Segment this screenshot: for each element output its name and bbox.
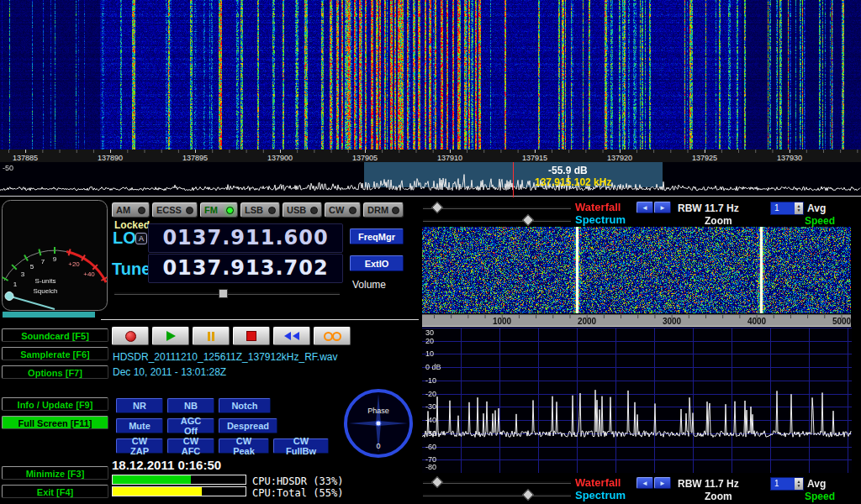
freq-tick-label: 137915: [516, 154, 553, 162]
freqmgr-button[interactable]: FreqMgr: [350, 228, 404, 244]
cpu-hdsdr-bar: [112, 475, 246, 485]
despread-button[interactable]: Despread: [219, 418, 277, 433]
shift-left-arrow-bottom[interactable]: ◄: [637, 477, 653, 489]
avg-select-bottom[interactable]: 1 ▲▼: [770, 477, 804, 491]
speed-label-top: Speed: [805, 215, 835, 227]
minimize-button[interactable]: Minimize [F3]: [2, 466, 108, 480]
mute-button[interactable]: Mute: [116, 418, 163, 433]
mode-button-am[interactable]: AM: [112, 202, 150, 218]
nb-button[interactable]: NB: [167, 398, 214, 413]
lo-label: LO: [113, 228, 136, 248]
s-meter-number: +40: [83, 270, 95, 278]
play-button[interactable]: [152, 327, 189, 345]
freq-tick-label: 137885: [7, 154, 44, 162]
avg-select-top[interactable]: 1 ▲▼: [770, 202, 804, 215]
mode-button-usb[interactable]: USB: [283, 202, 322, 218]
tune-frequency-display[interactable]: 0137.913.702: [148, 254, 343, 283]
shift-right-arrow-bottom[interactable]: ►: [654, 477, 671, 489]
overview-spectrum-display[interactable]: [0, 162, 861, 197]
exit-button[interactable]: Exit [F4]: [2, 485, 108, 498]
nr-button[interactable]: NR: [116, 398, 163, 413]
hdsdr-window: 137885 137890 137895 137900 137905 13791…: [0, 0, 861, 504]
db-axis-label: -50: [425, 429, 436, 438]
db-axis-label: -80: [425, 463, 436, 471]
freq-tick-label: 137895: [177, 154, 214, 162]
waterfall-label-bottom: Waterfall: [575, 476, 621, 489]
options-button[interactable]: Options [F7]: [2, 365, 108, 379]
volume-slider[interactable]: [114, 287, 340, 298]
rbw-label-top: RBW 11.7 Hz: [678, 202, 739, 214]
slider-thumb[interactable]: [522, 489, 534, 501]
freq-tick-label: 137930: [771, 154, 808, 162]
zoom-slider-top[interactable]: [423, 214, 571, 225]
waterfall-contrast-slider-bottom[interactable]: [423, 476, 571, 487]
waterfall-shift-arrows-bottom: ◄ ►: [637, 477, 671, 489]
audio-waterfall-display[interactable]: [422, 227, 851, 313]
waterfall-label-top: Waterfall: [575, 201, 621, 213]
freq-tick-label: 137920: [601, 154, 638, 162]
notch-button[interactable]: Notch: [219, 398, 271, 413]
loop-button[interactable]: [314, 327, 351, 345]
mode-button-drm[interactable]: DRM: [363, 202, 404, 218]
shift-right-arrow-top[interactable]: ►: [654, 202, 671, 213]
phase-dial[interactable]: Phase 0: [342, 387, 415, 459]
mode-led: [186, 207, 193, 214]
shift-left-arrow-top[interactable]: ◄: [637, 202, 653, 213]
pause-button[interactable]: [193, 327, 230, 345]
mode-led: [349, 207, 357, 214]
zoom-label-top: Zoom: [705, 215, 732, 227]
mode-button-cw[interactable]: CW: [325, 202, 361, 218]
mode-led: [138, 207, 145, 214]
playback-controls: [112, 327, 351, 345]
db-axis-label: 10: [425, 349, 434, 358]
squelch-level-bar[interactable]: [3, 312, 95, 318]
freq-tick-label: 137890: [92, 154, 129, 162]
rewind-button[interactable]: [273, 327, 310, 345]
freq-tick-label: 137900: [261, 154, 298, 162]
stop-button[interactable]: [233, 327, 270, 345]
select-scrollbar[interactable]: ▲▼: [795, 202, 803, 214]
db-axis-label: -10: [425, 376, 436, 385]
zoom-slider-bottom[interactable]: [423, 489, 571, 500]
fullscreen-button[interactable]: Full Screen [F11]: [2, 416, 108, 429]
cw-fullbw-button[interactable]: CW FullBw: [273, 438, 329, 454]
cw-zap-button[interactable]: CW ZAP: [116, 438, 163, 454]
lo-a-badge[interactable]: A: [135, 233, 147, 244]
volume-label: Volume: [352, 279, 386, 291]
cpu-total-text: CPU:Total (55%): [252, 487, 343, 499]
extio-button[interactable]: ExtIO: [350, 255, 404, 271]
wav-file-date: Dec 10, 2011 - 13:01:28Z: [113, 366, 226, 378]
waterfall-contrast-slider-top[interactable]: [423, 202, 571, 213]
select-scrollbar[interactable]: ▲▼: [795, 478, 803, 490]
db-axis-label: -60: [425, 443, 436, 451]
audio-spectrum-display[interactable]: [422, 328, 852, 473]
samplerate-button[interactable]: Samplerate [F6]: [2, 347, 108, 360]
s-meter[interactable]: 1 3 5 7 9 +20 +40 S-units Squelch: [2, 200, 108, 311]
db-axis-label: -20: [425, 390, 436, 398]
cpu-total-bar: [112, 486, 246, 496]
record-button[interactable]: [112, 327, 149, 345]
tune-label: Tune: [112, 260, 151, 279]
spectrum-label-bottom: Spectrum: [575, 489, 626, 501]
mode-led: [268, 207, 276, 214]
audio-scale-label: 1000: [485, 317, 519, 326]
main-waterfall-display[interactable]: [0, 0, 861, 150]
db-axis-label: -30: [425, 402, 436, 411]
slider-thumb[interactable]: [431, 202, 443, 213]
frequency-scale[interactable]: 137885 137890 137895 137900 137905 13791…: [0, 150, 861, 162]
slider-thumb[interactable]: [522, 214, 534, 226]
mode-button-lsb[interactable]: LSB: [240, 202, 280, 218]
agc-off-button[interactable]: AGC Off: [167, 418, 214, 433]
soundcard-button[interactable]: Soundcard [F5]: [2, 328, 108, 342]
mode-button-fm[interactable]: FM: [200, 202, 238, 218]
info-update-button[interactable]: Info / Update [F9]: [2, 397, 108, 411]
slider-thumb[interactable]: [431, 476, 443, 488]
freq-tick-label: 137905: [346, 154, 383, 162]
mode-button-ecss[interactable]: ECSS: [152, 202, 198, 218]
cw-peak-button[interactable]: CW Peak: [219, 438, 269, 454]
cw-afc-button[interactable]: CW AFC: [167, 438, 214, 454]
lo-frequency-display[interactable]: 0137.911.600: [148, 223, 343, 253]
volume-slider-thumb[interactable]: [219, 289, 228, 298]
record-icon: [125, 331, 136, 342]
squelch-knob[interactable]: [5, 292, 13, 301]
